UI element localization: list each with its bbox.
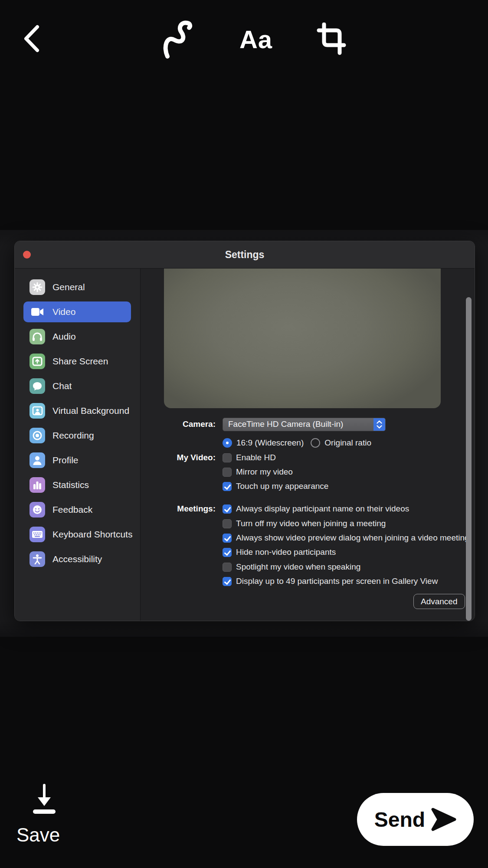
- sidebar-item-label: Share Screen: [52, 356, 108, 367]
- save-label: Save: [16, 824, 73, 846]
- text-tool-button[interactable]: Aa: [232, 17, 280, 61]
- my-video-label: My Video:: [141, 453, 216, 462]
- checkbox-label: Always display participant name on their…: [236, 504, 409, 514]
- radio-label: 16:9 (Widescreen): [236, 438, 304, 448]
- checkbox-label: Display up to 49 participants per screen…: [236, 576, 438, 586]
- sidebar-item-virtual-background[interactable]: Virtual Background: [23, 400, 131, 421]
- back-chevron-icon: [22, 24, 41, 53]
- keyboard-icon: [29, 527, 45, 542]
- camera-select[interactable]: FaceTime HD Camera (Built-in): [223, 418, 386, 431]
- sidebar-item-feedback[interactable]: Feedback: [23, 499, 131, 520]
- sidebar-item-profile[interactable]: Profile: [23, 450, 131, 471]
- send-label: Send: [374, 808, 425, 832]
- scribble-icon: [163, 19, 197, 59]
- smiley-icon: [29, 502, 45, 518]
- text-tool-label: Aa: [239, 25, 272, 54]
- crop-tool-button[interactable]: [308, 17, 356, 61]
- settings-sidebar: General Video: [15, 269, 141, 621]
- sidebar-item-label: Keyboard Shortcuts: [52, 529, 132, 540]
- camera-label: Camera:: [141, 419, 216, 429]
- sidebar-item-label: Recording: [52, 430, 94, 441]
- sidebar-item-label: Profile: [52, 455, 79, 465]
- record-icon: [29, 428, 45, 443]
- share-screen-icon: [29, 354, 45, 369]
- send-button[interactable]: Send: [357, 793, 474, 846]
- person-icon: [29, 452, 45, 468]
- send-arrow-icon: [431, 808, 456, 831]
- markup-toolbar: Aa: [0, 0, 488, 65]
- checkbox-touch-up-appearance[interactable]: [223, 482, 232, 491]
- checkbox-display-49-participants[interactable]: [223, 577, 232, 586]
- sidebar-item-label: Video: [52, 307, 75, 317]
- scrollbar-thumb[interactable]: [466, 297, 472, 621]
- headphones-icon: [29, 329, 45, 344]
- advanced-button[interactable]: Advanced: [413, 594, 465, 609]
- video-settings-pane: Camera: FaceTime HD Camera (Built-in): [141, 269, 475, 621]
- screenshot-canvas: Settings: [0, 230, 488, 637]
- camera-select-value: FaceTime HD Camera (Built-in): [228, 419, 373, 429]
- sidebar-item-audio[interactable]: Audio: [23, 326, 131, 347]
- sidebar-item-label: Feedback: [52, 504, 92, 515]
- save-button[interactable]: Save: [16, 783, 73, 846]
- video-camera-icon: [29, 304, 45, 320]
- checkbox-label: Mirror my video: [236, 467, 293, 477]
- window-titlebar: Settings: [15, 241, 475, 269]
- checkbox-display-participant-name[interactable]: [223, 504, 232, 514]
- sidebar-item-share-screen[interactable]: Share Screen: [23, 351, 131, 372]
- settings-window: Settings: [14, 241, 475, 621]
- crop-icon: [316, 23, 347, 56]
- tool-group: Aa: [156, 17, 356, 61]
- sidebar-item-label: Virtual Background: [52, 406, 129, 416]
- sidebar-item-keyboard-shortcuts[interactable]: Keyboard Shortcuts: [23, 524, 131, 545]
- sidebar-item-chat[interactable]: Chat: [23, 376, 131, 396]
- draw-tool-button[interactable]: [156, 17, 204, 61]
- sidebar-item-video[interactable]: Video: [23, 301, 131, 322]
- checkbox-label: Turn off my video when joining a meeting: [236, 519, 386, 528]
- sidebar-item-label: Statistics: [52, 480, 89, 490]
- checkbox-hide-non-video-participants[interactable]: [223, 548, 232, 557]
- sidebar-item-label: Accessibility: [52, 554, 102, 564]
- checkbox-label: Touch up my appearance: [236, 481, 328, 491]
- camera-preview: [164, 269, 441, 408]
- checkbox-label: Enable HD: [236, 453, 276, 462]
- bar-chart-icon: [29, 477, 45, 493]
- sidebar-item-statistics[interactable]: Statistics: [23, 475, 131, 495]
- meetings-label: Meetings:: [141, 504, 216, 514]
- radio-original-ratio[interactable]: [311, 438, 320, 448]
- sidebar-item-recording[interactable]: Recording: [23, 425, 131, 446]
- checkbox-show-video-preview-dialog[interactable]: [223, 534, 232, 543]
- dropdown-stepper-icon: [373, 418, 385, 431]
- radio-16-9-widescreen[interactable]: [223, 438, 232, 448]
- back-button[interactable]: [19, 23, 43, 55]
- checkbox-label: Hide non-video participants: [236, 547, 336, 557]
- checkbox-mirror-my-video[interactable]: [223, 468, 232, 477]
- checkbox-label: Always show video preview dialog when jo…: [236, 533, 469, 543]
- sidebar-item-accessibility[interactable]: Accessibility: [23, 549, 131, 570]
- accessibility-icon: [29, 551, 45, 567]
- checkbox-enable-hd[interactable]: [223, 453, 232, 462]
- checkbox-label: Spotlight my video when speaking: [236, 562, 360, 572]
- radio-label: Original ratio: [324, 438, 371, 448]
- chat-bubble-icon: [29, 378, 45, 394]
- sidebar-item-label: Chat: [52, 381, 72, 391]
- save-download-icon: [31, 783, 57, 816]
- close-window-dot[interactable]: [23, 251, 31, 259]
- checkbox-spotlight-my-video[interactable]: [223, 563, 232, 572]
- checkbox-turn-off-video-on-join[interactable]: [223, 519, 232, 528]
- sidebar-item-label: General: [52, 282, 85, 292]
- virtual-background-icon: [29, 403, 45, 419]
- gear-icon: [29, 279, 45, 295]
- sidebar-item-label: Audio: [52, 331, 76, 342]
- window-title: Settings: [225, 249, 265, 261]
- sidebar-item-general[interactable]: General: [23, 277, 131, 298]
